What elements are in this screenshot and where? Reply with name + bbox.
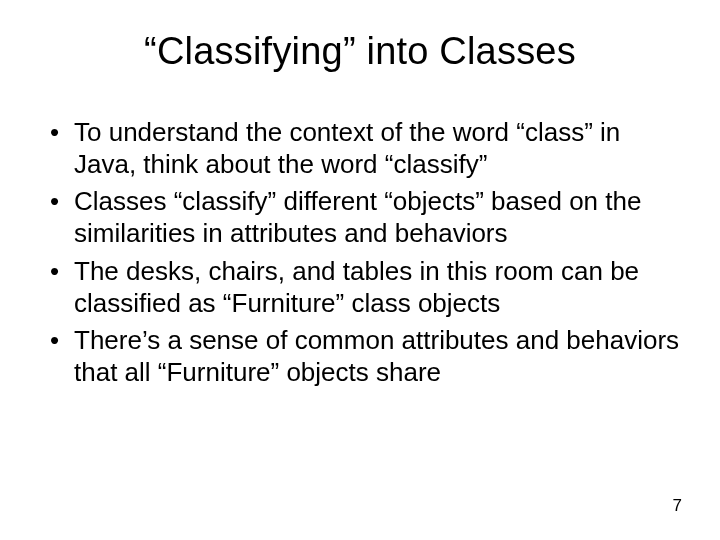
list-item: To understand the context of the word “c… — [50, 117, 684, 180]
slide: “Classifying” into Classes To understand… — [0, 0, 720, 540]
slide-title: “Classifying” into Classes — [30, 30, 690, 73]
bullet-list: To understand the context of the word “c… — [30, 117, 690, 389]
list-item: There’s a sense of common attributes and… — [50, 325, 684, 388]
list-item: Classes “classify” different “objects” b… — [50, 186, 684, 249]
list-item: The desks, chairs, and tables in this ro… — [50, 256, 684, 319]
page-number: 7 — [673, 496, 682, 516]
